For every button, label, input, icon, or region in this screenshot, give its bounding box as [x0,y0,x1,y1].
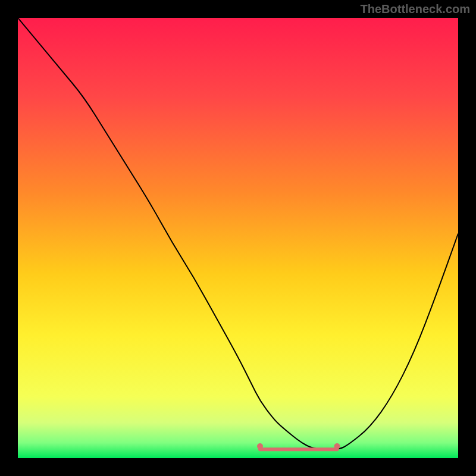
chart-container: TheBottleneck.com [0,0,476,476]
chart-svg [18,18,458,458]
plot-area [18,18,458,458]
optimal-range-marker-right [334,443,340,449]
attribution-text: TheBottleneck.com [361,2,470,16]
optimal-range-marker-left [257,443,263,449]
gradient-background [18,18,458,458]
